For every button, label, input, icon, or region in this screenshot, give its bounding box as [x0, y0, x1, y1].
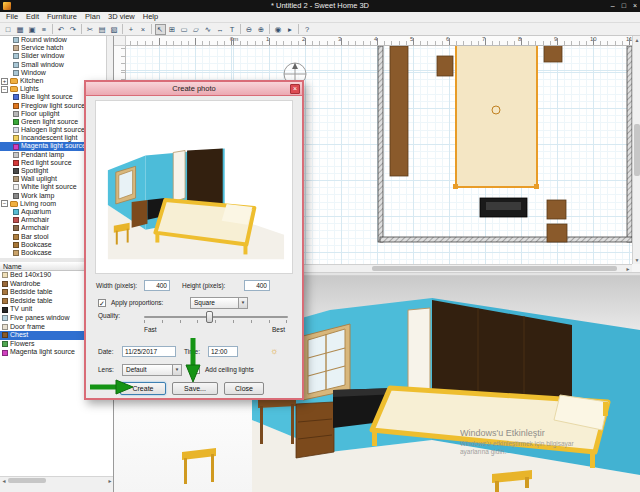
redo-icon[interactable]: ↷: [68, 24, 79, 35]
create-dimensions-icon[interactable]: ↔: [215, 24, 226, 35]
preferences-icon[interactable]: ≡: [39, 24, 50, 35]
chest-3d[interactable]: [296, 402, 334, 458]
item-thumbnail-icon: [13, 119, 19, 125]
create-walls-icon[interactable]: ▭: [179, 24, 190, 35]
furniture-name: Flowers: [10, 340, 35, 349]
window-3d[interactable]: [303, 324, 350, 400]
zoom-in-icon[interactable]: ⊕: [256, 24, 267, 35]
furniture-thumbnail-icon: [2, 272, 8, 278]
catalog-item-small-window[interactable]: Small window: [0, 61, 106, 69]
undo-icon[interactable]: ↶: [56, 24, 67, 35]
menu-3d-view[interactable]: 3D view: [104, 12, 139, 22]
chest-plan[interactable]: [547, 224, 567, 242]
furniture-list-hscrollbar[interactable]: ◄ ►: [0, 476, 114, 484]
expand-toggle-icon[interactable]: −: [1, 86, 8, 93]
catalog-item-label: White light source: [21, 183, 77, 191]
ruler-label: 6: [446, 36, 449, 42]
bed-plan[interactable]: [456, 46, 537, 187]
create-video-icon[interactable]: ▸: [285, 24, 296, 35]
wall-bottom-plan[interactable]: [380, 237, 632, 242]
chevron-down-icon[interactable]: ▼: [172, 365, 181, 375]
catalog-item-slider-window[interactable]: Slider window: [0, 52, 106, 60]
minimize-button[interactable]: –: [611, 0, 615, 12]
quality-slider-thumb[interactable]: [206, 311, 213, 323]
item-thumbnail-icon: [13, 45, 19, 51]
width-label: Width (pixels):: [96, 280, 137, 291]
zoom-out-icon[interactable]: ⊖: [244, 24, 255, 35]
create-polylines-icon[interactable]: ∿: [203, 24, 214, 35]
ruler-label: 4: [374, 36, 377, 42]
scroll-up-icon[interactable]: ▲: [633, 36, 640, 44]
item-thumbnail-icon: [13, 160, 19, 166]
help-icon[interactable]: ?: [302, 24, 313, 35]
folder-icon: [10, 78, 18, 84]
maximize-button[interactable]: □: [622, 0, 626, 12]
proportions-dropdown[interactable]: Square ▼: [190, 297, 248, 309]
delete-furniture-icon[interactable]: ×: [138, 24, 149, 35]
folder-icon: [10, 86, 18, 92]
furniture-thumbnail-icon: [2, 332, 8, 338]
plan-hscrollbar-thumb[interactable]: [372, 266, 617, 271]
toolbar-separator: [151, 24, 152, 34]
catalog-item-label: Incandescent light: [21, 134, 77, 142]
bedside-table-plan[interactable]: [437, 56, 453, 76]
scroll-down-icon[interactable]: ▼: [633, 256, 640, 264]
photo-height-input[interactable]: 400: [244, 280, 270, 291]
daylight-icon[interactable]: ☼: [270, 346, 278, 357]
apply-proportions-checkbox[interactable]: ✓: [98, 299, 106, 307]
date-input[interactable]: 11/25/2017: [122, 346, 176, 357]
time-input[interactable]: 12:00: [208, 346, 238, 357]
ruler-label: 9: [554, 36, 557, 42]
item-thumbnail-icon: [13, 184, 19, 190]
create-photo-icon[interactable]: ◉: [273, 24, 284, 35]
menu-plan[interactable]: Plan: [81, 12, 104, 22]
bedside-table-plan[interactable]: [544, 46, 562, 62]
add-text-icon[interactable]: T: [227, 24, 238, 35]
wardrobe-plan[interactable]: [390, 46, 408, 176]
catalog-item-service-hatch[interactable]: Service hatch: [0, 44, 106, 52]
menu-edit[interactable]: Edit: [22, 12, 43, 22]
chest-plan[interactable]: [547, 200, 566, 219]
catalog-item-window[interactable]: Window: [0, 69, 106, 77]
paste-icon[interactable]: ▧: [109, 24, 120, 35]
furniture-thumbnail-icon: [2, 281, 8, 287]
furniture-list-hscrollbar-thumb[interactable]: [8, 478, 46, 483]
close-dialog-button[interactable]: Close: [224, 382, 264, 395]
catalog-item-label: Slider window: [21, 52, 64, 60]
menu-file[interactable]: File: [2, 12, 22, 22]
ruler-corner: [114, 36, 126, 46]
plan-vscrollbar[interactable]: ▲ ▼: [632, 36, 640, 264]
new-home-icon[interactable]: □: [3, 24, 14, 35]
photo-width-input[interactable]: 400: [144, 280, 170, 291]
furniture-name: Chest: [10, 331, 28, 340]
dialog-close-icon[interactable]: ×: [290, 84, 300, 94]
cut-icon[interactable]: ✂: [85, 24, 96, 35]
lens-dropdown[interactable]: Default ▼: [122, 364, 182, 376]
menu-help[interactable]: Help: [139, 12, 162, 22]
add-furniture-icon[interactable]: +: [126, 24, 137, 35]
select-tool-icon[interactable]: ↖: [155, 24, 166, 35]
catalog-item-round-window[interactable]: Round window: [0, 36, 106, 44]
save-home-icon[interactable]: ▣: [27, 24, 38, 35]
copy-icon[interactable]: ▤: [97, 24, 108, 35]
dialog-title-bar[interactable]: Create photo ×: [86, 82, 302, 96]
quality-slider-track[interactable]: [144, 316, 288, 318]
annotation-arrow-right: [88, 378, 136, 396]
side-table-3d[interactable]: [182, 448, 216, 484]
open-home-icon[interactable]: ▦: [15, 24, 26, 35]
furniture-name: TV unit: [10, 305, 32, 314]
toolbar: □▦▣≡↶↷✂▤▧+×↖⊞▭▱∿↔T⊖⊕◉▸?: [0, 23, 640, 36]
pan-tool-icon[interactable]: ⊞: [167, 24, 178, 35]
close-button[interactable]: ×: [633, 0, 637, 12]
chevron-down-icon[interactable]: ▼: [238, 298, 247, 308]
date-label: Date:: [98, 346, 114, 357]
toolbar-separator: [298, 24, 299, 34]
wall-left-plan[interactable]: [378, 46, 383, 242]
expand-toggle-icon[interactable]: +: [1, 78, 8, 85]
menu-furniture[interactable]: Furniture: [43, 12, 81, 22]
item-thumbnail-icon: [13, 217, 19, 223]
expand-toggle-icon[interactable]: −: [1, 200, 8, 207]
plan-vscrollbar-thumb[interactable]: [634, 124, 640, 176]
create-rooms-icon[interactable]: ▱: [191, 24, 202, 35]
catalog-item-label: Bookcase: [21, 241, 52, 249]
